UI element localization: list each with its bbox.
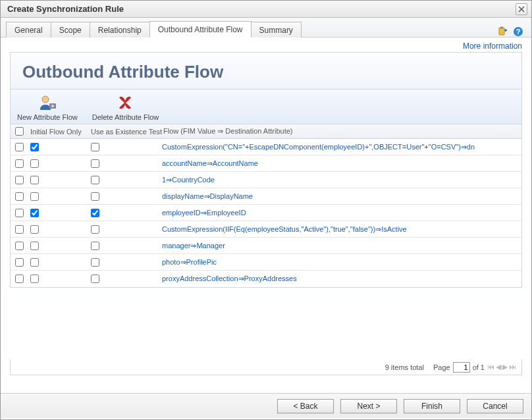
- tab-summary[interactable]: Summary: [251, 22, 302, 38]
- table-row[interactable]: accountName⇒AccountName: [11, 155, 521, 172]
- more-information-link[interactable]: More information: [463, 41, 522, 51]
- delete-x-icon: [115, 93, 136, 112]
- use-as-existence-checkbox[interactable]: [91, 242, 99, 250]
- table-row[interactable]: CustomExpression(IIF(Eq(employeeStatus,"…: [11, 221, 521, 238]
- page-of-label: of 1: [473, 363, 485, 371]
- flow-expression-link[interactable]: proxyAddressCollection⇒ProxyAddresses: [162, 275, 521, 283]
- use-as-existence-checkbox[interactable]: [91, 225, 99, 234]
- column-header-initial-flow[interactable]: Initial Flow Only: [28, 128, 91, 136]
- flow-expression-link[interactable]: displayName⇒DisplayName: [162, 192, 521, 201]
- user-add-icon: [37, 93, 58, 112]
- initial-flow-only-checkbox[interactable]: [30, 258, 39, 267]
- initial-flow-only-checkbox[interactable]: [30, 225, 39, 234]
- grid-header: Initial Flow Only Use as Existence Test …: [11, 124, 521, 139]
- close-button[interactable]: [516, 3, 527, 15]
- svg-rect-1: [500, 27, 503, 29]
- svg-rect-0: [499, 28, 504, 35]
- row-select-checkbox[interactable]: [15, 159, 24, 168]
- row-select-checkbox[interactable]: [15, 225, 24, 234]
- flow-expression-link[interactable]: manager⇒Manager: [162, 242, 521, 250]
- more-info-row: More information: [1, 38, 531, 52]
- help-icon[interactable]: ?: [513, 26, 523, 37]
- grid-footer: 9 items total Page of 1 ⏮ ◀ ▶ ⏭: [10, 359, 522, 375]
- window-titlebar: Create Synchronization Rule: [1, 1, 531, 18]
- row-select-checkbox[interactable]: [15, 275, 24, 283]
- row-select-checkbox[interactable]: [15, 242, 24, 250]
- attribute-flow-grid: Initial Flow Only Use as Existence Test …: [10, 124, 522, 288]
- tabbar-right-icons: ?: [497, 26, 526, 37]
- use-as-existence-checkbox[interactable]: [91, 258, 99, 267]
- delete-attribute-flow-label: Delete Attribute Flow: [92, 113, 159, 121]
- svg-point-6: [51, 105, 54, 107]
- flow-expression-link[interactable]: accountName⇒AccountName: [162, 159, 521, 168]
- table-row[interactable]: photo⇒ProfilePic: [11, 254, 521, 271]
- pager: Page of 1 ⏮ ◀ ▶ ⏭: [433, 362, 516, 373]
- table-row[interactable]: proxyAddressCollection⇒ProxyAddresses: [11, 271, 521, 287]
- pager-prev-icon[interactable]: ◀: [496, 363, 501, 371]
- tab-bar: GeneralScopeRelationshipOutbound Attribu…: [1, 18, 531, 38]
- select-all-checkbox[interactable]: [15, 127, 24, 136]
- toolbar: New Attribute Flow Delete Attribute Flow: [10, 90, 522, 124]
- tab-outbound-attribute-flow[interactable]: Outbound Attribute Flow: [149, 21, 252, 38]
- initial-flow-only-checkbox[interactable]: [30, 192, 39, 201]
- page-header: Outbound Attribute Flow: [10, 52, 522, 90]
- initial-flow-only-checkbox[interactable]: [30, 159, 39, 168]
- close-icon: [518, 6, 525, 13]
- svg-text:?: ?: [516, 28, 521, 36]
- initial-flow-only-checkbox[interactable]: [30, 176, 39, 184]
- pager-next-icon[interactable]: ▶: [502, 363, 508, 371]
- new-attribute-flow-button[interactable]: New Attribute Flow: [17, 93, 78, 121]
- row-select-checkbox[interactable]: [15, 143, 24, 151]
- row-select-checkbox[interactable]: [15, 209, 24, 217]
- content-area: Outbound Attribute Flow New Attribute Fl…: [1, 52, 531, 393]
- paste-icon[interactable]: [497, 26, 508, 37]
- tab-scope[interactable]: Scope: [51, 22, 90, 38]
- flow-expression-link[interactable]: CustomExpression(IIF(Eq(employeeStatus,"…: [162, 225, 521, 234]
- back-button[interactable]: < Back: [277, 399, 334, 413]
- initial-flow-only-checkbox[interactable]: [30, 242, 39, 250]
- table-row[interactable]: employeeID⇒EmployeeID: [11, 205, 521, 221]
- table-row[interactable]: CustomExpression("CN="+EscapeDNComponent…: [11, 139, 521, 155]
- tab-general[interactable]: General: [6, 22, 51, 38]
- flow-expression-link[interactable]: photo⇒ProfilePic: [162, 258, 521, 267]
- next-button[interactable]: Next >: [340, 399, 397, 413]
- page-title: Outbound Attribute Flow: [22, 62, 510, 82]
- page-label: Page: [433, 363, 450, 371]
- column-header-flow[interactable]: Flow (FIM Value ⇒ Destination Attribute): [162, 127, 521, 136]
- delete-attribute-flow-button[interactable]: Delete Attribute Flow: [92, 93, 159, 121]
- cancel-button[interactable]: Cancel: [467, 399, 523, 413]
- tab-relationship[interactable]: Relationship: [90, 22, 150, 38]
- table-row[interactable]: displayName⇒DisplayName: [11, 188, 521, 205]
- use-as-existence-checkbox[interactable]: [91, 143, 99, 151]
- flow-expression-link[interactable]: CustomExpression("CN="+EscapeDNComponent…: [162, 143, 521, 151]
- wizard-button-bar: < Back Next > Finish Cancel: [1, 393, 531, 418]
- table-row[interactable]: 1⇒CountryCode: [11, 172, 521, 188]
- initial-flow-only-checkbox[interactable]: [30, 275, 39, 283]
- row-select-checkbox[interactable]: [15, 176, 24, 184]
- svg-point-4: [42, 96, 49, 103]
- table-row[interactable]: manager⇒Manager: [11, 238, 521, 254]
- use-as-existence-checkbox[interactable]: [91, 209, 99, 217]
- use-as-existence-checkbox[interactable]: [91, 159, 99, 168]
- use-as-existence-checkbox[interactable]: [91, 192, 99, 201]
- use-as-existence-checkbox[interactable]: [91, 176, 99, 184]
- window-title: Create Synchronization Rule: [7, 4, 124, 14]
- new-attribute-flow-label: New Attribute Flow: [17, 113, 78, 121]
- column-header-existence-test[interactable]: Use as Existence Test: [91, 128, 162, 136]
- page-number-input[interactable]: [453, 362, 470, 373]
- pager-first-icon[interactable]: ⏮: [487, 363, 494, 371]
- grid-body: CustomExpression("CN="+EscapeDNComponent…: [11, 139, 521, 287]
- initial-flow-only-checkbox[interactable]: [30, 143, 39, 151]
- finish-button[interactable]: Finish: [404, 399, 460, 413]
- flow-expression-link[interactable]: employeeID⇒EmployeeID: [162, 209, 521, 217]
- row-select-checkbox[interactable]: [15, 192, 24, 201]
- row-select-checkbox[interactable]: [15, 258, 24, 267]
- flow-expression-link[interactable]: 1⇒CountryCode: [162, 176, 521, 184]
- total-items-label: 9 items total: [385, 363, 424, 371]
- use-as-existence-checkbox[interactable]: [91, 275, 99, 283]
- initial-flow-only-checkbox[interactable]: [30, 209, 39, 217]
- pager-last-icon[interactable]: ⏭: [509, 363, 516, 371]
